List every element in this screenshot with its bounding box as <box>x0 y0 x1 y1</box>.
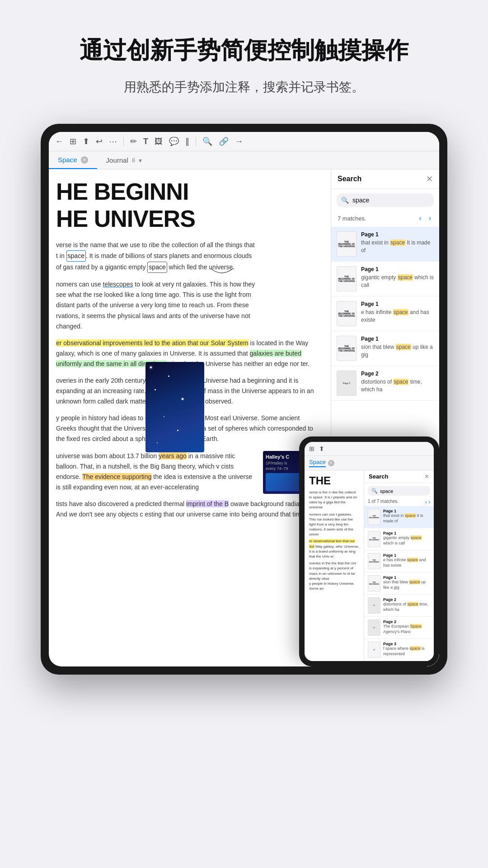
result-5-page: Page 2 <box>361 371 434 377</box>
comment-icon[interactable]: 💬 <box>169 136 179 146</box>
highlight-yellow-1: er observational improvements led to the… <box>56 339 249 347</box>
years-ago-highlight: years ago <box>159 452 186 460</box>
undo-icon[interactable]: ↩ <box>96 136 103 146</box>
tab-chevron-icon[interactable]: ▾ <box>139 157 142 164</box>
search-magnifier-icon: 🔍 <box>341 197 349 204</box>
phone-search-input-wrapper: 🔍 <box>368 486 430 496</box>
phone-tab-space-label: Space <box>309 459 326 467</box>
result-5-thumb: Page 2 <box>337 371 357 396</box>
grid-icon[interactable]: ⊞ <box>70 136 76 146</box>
result-2-page: Page 1 <box>361 266 434 272</box>
phone-result-5[interactable]: p2 Page 2 distortions of space time, whi… <box>364 595 434 617</box>
phone-result-1-page: Page 1 <box>383 509 430 513</box>
phone-result-5-info: Page 2 distortions of space time, which … <box>383 597 430 612</box>
phone-result-1[interactable]: THE BEGINNING Page 1 that exist in space… <box>364 506 434 528</box>
phone-grid-icon[interactable]: ⊞ <box>309 445 314 452</box>
phone-result-6-page: Page 2 <box>383 619 430 624</box>
phone-result-5-thumb: p2 <box>368 597 380 614</box>
phone-result-2-page: Page 1 <box>383 531 430 535</box>
phone-screen: ⊞ ⬆ Space ✕ <box>305 442 434 661</box>
phone-search-header: Search ✕ <box>364 470 434 483</box>
result-2-thumb: THE BEGINNING OF THE UNIVERSE <box>337 266 357 291</box>
result-2-snippet: gigantic empty space which is call <box>361 274 434 289</box>
phone-result-3-snippet: e has infinite space and has existe <box>383 558 430 568</box>
phone-tab-bar: Space ✕ <box>305 456 434 470</box>
search-panel-title: Search <box>338 175 361 183</box>
phone-result-6-thumb: p2 <box>368 619 380 636</box>
phone-search-nav[interactable]: ‹ › <box>425 499 430 505</box>
result-3-snippet: e has infinite space and has existe <box>361 309 434 324</box>
tab-space-close[interactable]: ✕ <box>81 156 88 164</box>
phone-result-4-info: Page 1 sion that blew space up like a gi… <box>383 575 430 590</box>
phone-result-2[interactable]: THE BEGINNING Page 1 gigantic empty spac… <box>364 528 434 550</box>
phone-result-3[interactable]: THE BEGINNING Page 1 e has infinite spac… <box>364 550 434 572</box>
search-result-3[interactable]: THE BEGINNING OF THE UNIVERSE Page 1 e h… <box>331 296 439 331</box>
phone-result-6-info: Page 2 The European Space Agency's Planc <box>383 619 430 634</box>
toolbar-divider-2 <box>196 137 196 146</box>
phone-result-4-page: Page 1 <box>383 575 430 580</box>
search-result-5[interactable]: Page 2 Page 2 distortions of space time,… <box>331 366 439 401</box>
toolbar-left: ← ⊞ ⬆ ↩ ⋯ ✏ T 🖼 💬 ‖ 🔍 🔗 → <box>55 136 243 146</box>
tab-bar: Space ✕ Journal 8 ▾ <box>49 151 439 169</box>
phone-result-3-info: Page 1 e has infinite space and has exis… <box>383 553 430 568</box>
search-next-button[interactable]: › <box>427 213 433 223</box>
toolbar: ← ⊞ ⬆ ↩ ⋯ ✏ T 🖼 💬 ‖ 🔍 🔗 → <box>49 132 439 151</box>
phone-result-4-thumb: THE BEGINNING <box>368 575 380 591</box>
star-image <box>145 362 204 452</box>
search-close-button[interactable]: ✕ <box>426 174 433 184</box>
search-panel-header: Search ✕ <box>331 169 439 189</box>
phone-result-1-thumb: THE BEGINNING <box>368 509 380 525</box>
image-icon[interactable]: 🖼 <box>155 137 163 146</box>
matches-count: 7 matches. <box>338 215 366 222</box>
result-1-snippet: that exist in space It is made of <box>361 239 434 254</box>
phone-search-input[interactable] <box>380 488 434 494</box>
columns-icon[interactable]: ‖ <box>185 136 189 146</box>
phone-result-7[interactable]: p3 Page 3 f space where space is represe… <box>364 639 434 661</box>
search-prev-button[interactable]: ‹ <box>417 213 423 223</box>
which-text: which <box>198 463 215 470</box>
phone-matches-count: 1 of 7 matches. <box>368 499 399 504</box>
result-3-thumb: THE BEGINNING OF THE UNIVERSE <box>337 301 357 326</box>
share-icon[interactable]: ⬆ <box>83 136 89 146</box>
forward-icon[interactable]: → <box>235 137 243 146</box>
phone-search-results: THE BEGINNING Page 1 that exist in space… <box>364 506 434 661</box>
space-highlight-1: space <box>66 250 86 262</box>
tab-space[interactable]: Space ✕ <box>49 151 97 169</box>
result-1-before: that exist in <box>361 239 390 246</box>
doc-title: HE BEGINNIHE UNIVERS <box>56 178 322 233</box>
content-area: HE BEGINNIHE UNIVERS verse is the name t <box>49 169 439 666</box>
phone-tab-close[interactable]: ✕ <box>328 460 334 466</box>
result-1-info: Page 1 that exist in space It is made of <box>361 231 434 254</box>
phone-result-4[interactable]: THE BEGINNING Page 1 sion that blew spac… <box>364 572 434 595</box>
search-icon[interactable]: 🔍 <box>202 136 212 146</box>
doc-content: HE BEGINNIHE UNIVERS verse is the name t <box>49 169 331 666</box>
text-icon[interactable]: T <box>143 137 148 146</box>
tab-journal-count: 8 <box>132 157 135 164</box>
result-3-page: Page 1 <box>361 301 434 307</box>
phone-search-title: Search <box>369 473 388 480</box>
search-result-1[interactable]: THE BEGINNING OF THE UNIVERSE Page 1 tha… <box>331 227 439 262</box>
more-icon[interactable]: ⋯ <box>109 136 117 146</box>
phone-share-icon[interactable]: ⬆ <box>319 445 324 452</box>
phone-toolbar: ⊞ ⬆ <box>305 442 434 456</box>
result-5-snippet: distortions of space time, which ha <box>361 378 434 394</box>
phone-tab-space[interactable]: Space ✕ <box>309 459 334 467</box>
phone-result-7-snippet: f space where space is represented <box>383 646 430 657</box>
phone-overlay: ⊞ ⬆ Space ✕ <box>299 436 439 666</box>
phone-result-6[interactable]: p2 Page 2 The European Space Agency's Pl… <box>364 617 434 639</box>
phone-result-3-thumb: THE BEGINNING <box>368 553 380 569</box>
search-result-4[interactable]: THE BEGINNING OF THE UNIVERSE Page 1 sio… <box>331 331 439 366</box>
link-icon[interactable]: 🔗 <box>219 136 229 146</box>
space-highlight-2: space <box>147 262 167 273</box>
phone-doc: THE verse is the n ribe the collecti in … <box>305 470 364 661</box>
result-3-info: Page 1 e has infinite space and has exis… <box>361 301 434 324</box>
telescopes-link: telescopes <box>103 281 133 288</box>
search-input[interactable] <box>352 197 432 204</box>
pencil-icon[interactable]: ✏ <box>130 136 137 146</box>
phone-result-5-page: Page 2 <box>383 597 430 602</box>
back-icon[interactable]: ← <box>55 137 63 146</box>
phone-result-2-thumb: THE BEGINNING <box>368 531 380 547</box>
search-result-2[interactable]: THE BEGINNING OF THE UNIVERSE Page 1 gig… <box>331 262 439 296</box>
tab-journal[interactable]: Journal 8 ▾ <box>97 152 151 169</box>
phone-search-close[interactable]: ✕ <box>424 473 429 480</box>
